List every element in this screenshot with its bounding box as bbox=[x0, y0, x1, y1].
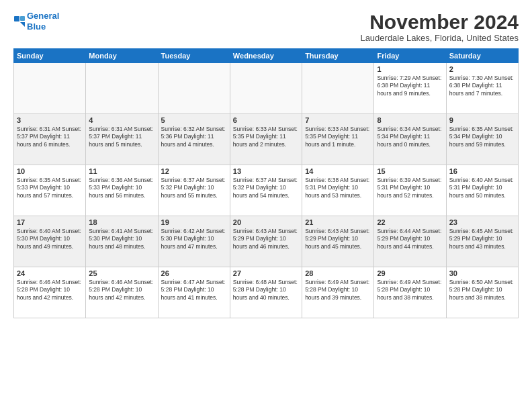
day-number: 27 bbox=[233, 269, 299, 277]
day-info: Sunrise: 6:43 AM Sunset: 5:29 PM Dayligh… bbox=[233, 228, 299, 250]
calendar-table: Sunday Monday Tuesday Wednesday Thursday… bbox=[13, 48, 519, 318]
day-number: 21 bbox=[305, 218, 371, 226]
week-row-4: 17Sunrise: 6:40 AM Sunset: 5:30 PM Dayli… bbox=[14, 216, 519, 267]
day-info: Sunrise: 6:40 AM Sunset: 5:30 PM Dayligh… bbox=[17, 228, 83, 250]
day-info: Sunrise: 6:49 AM Sunset: 5:28 PM Dayligh… bbox=[377, 279, 443, 302]
day-number: 28 bbox=[305, 269, 371, 277]
day-number: 11 bbox=[89, 167, 154, 175]
table-row: 15Sunrise: 6:39 AM Sunset: 5:31 PM Dayli… bbox=[374, 165, 446, 216]
day-number: 1 bbox=[377, 65, 443, 73]
table-row: 24Sunrise: 6:46 AM Sunset: 5:28 PM Dayli… bbox=[14, 267, 86, 318]
day-info: Sunrise: 6:42 AM Sunset: 5:30 PM Dayligh… bbox=[161, 228, 227, 250]
table-row: 5Sunrise: 6:32 AM Sunset: 5:36 PM Daylig… bbox=[158, 114, 230, 165]
table-row bbox=[14, 63, 86, 114]
table-row: 1Sunrise: 7:29 AM Sunset: 6:38 PM Daylig… bbox=[374, 63, 446, 114]
day-number: 12 bbox=[161, 167, 227, 175]
day-info: Sunrise: 7:30 AM Sunset: 6:38 PM Dayligh… bbox=[449, 75, 515, 97]
day-number: 8 bbox=[377, 116, 443, 124]
col-friday: Friday bbox=[374, 49, 446, 63]
day-info: Sunrise: 6:46 AM Sunset: 5:28 PM Dayligh… bbox=[17, 279, 83, 302]
day-info: Sunrise: 6:31 AM Sunset: 5:37 PM Dayligh… bbox=[89, 126, 154, 148]
day-number: 13 bbox=[233, 167, 299, 175]
day-info: Sunrise: 6:40 AM Sunset: 5:31 PM Dayligh… bbox=[449, 177, 515, 199]
table-row: 10Sunrise: 6:35 AM Sunset: 5:33 PM Dayli… bbox=[14, 165, 86, 216]
day-number: 2 bbox=[449, 65, 515, 73]
logo-icon bbox=[13, 15, 26, 28]
table-row: 14Sunrise: 6:38 AM Sunset: 5:31 PM Dayli… bbox=[302, 165, 374, 216]
table-row: 19Sunrise: 6:42 AM Sunset: 5:30 PM Dayli… bbox=[158, 216, 230, 267]
day-info: Sunrise: 6:43 AM Sunset: 5:29 PM Dayligh… bbox=[305, 228, 371, 250]
day-number: 3 bbox=[17, 116, 83, 124]
logo-text: General Blue bbox=[27, 11, 59, 32]
day-number: 16 bbox=[449, 167, 515, 175]
week-row-2: 3Sunrise: 6:31 AM Sunset: 5:37 PM Daylig… bbox=[14, 114, 519, 165]
day-info: Sunrise: 6:39 AM Sunset: 5:31 PM Dayligh… bbox=[377, 177, 443, 199]
day-number: 7 bbox=[305, 116, 371, 124]
table-row: 8Sunrise: 6:34 AM Sunset: 5:34 PM Daylig… bbox=[374, 114, 446, 165]
day-number: 18 bbox=[89, 218, 154, 226]
day-number: 10 bbox=[17, 167, 83, 175]
day-number: 20 bbox=[233, 218, 299, 226]
table-row: 9Sunrise: 6:35 AM Sunset: 5:34 PM Daylig… bbox=[446, 114, 518, 165]
col-monday: Monday bbox=[86, 49, 158, 63]
col-saturday: Saturday bbox=[446, 49, 518, 63]
svg-rect-0 bbox=[14, 16, 19, 21]
col-sunday: Sunday bbox=[14, 49, 86, 63]
table-row: 23Sunrise: 6:45 AM Sunset: 5:29 PM Dayli… bbox=[446, 216, 518, 267]
day-number: 22 bbox=[377, 218, 443, 226]
table-row: 13Sunrise: 6:37 AM Sunset: 5:32 PM Dayli… bbox=[230, 165, 302, 216]
day-info: Sunrise: 6:47 AM Sunset: 5:28 PM Dayligh… bbox=[161, 279, 227, 302]
table-row: 27Sunrise: 6:48 AM Sunset: 5:28 PM Dayli… bbox=[230, 267, 302, 318]
table-row: 25Sunrise: 6:46 AM Sunset: 5:28 PM Dayli… bbox=[86, 267, 158, 318]
day-info: Sunrise: 6:49 AM Sunset: 5:28 PM Dayligh… bbox=[305, 279, 371, 302]
day-number: 14 bbox=[305, 167, 371, 175]
table-row: 26Sunrise: 6:47 AM Sunset: 5:28 PM Dayli… bbox=[158, 267, 230, 318]
title-block: November 2024 Lauderdale Lakes, Florida,… bbox=[360, 11, 519, 43]
day-info: Sunrise: 6:46 AM Sunset: 5:28 PM Dayligh… bbox=[89, 279, 154, 302]
table-row: 29Sunrise: 6:49 AM Sunset: 5:28 PM Dayli… bbox=[374, 267, 446, 318]
day-info: Sunrise: 6:32 AM Sunset: 5:36 PM Dayligh… bbox=[161, 126, 227, 148]
day-number: 17 bbox=[17, 218, 83, 226]
day-number: 26 bbox=[161, 269, 227, 277]
table-row: 22Sunrise: 6:44 AM Sunset: 5:29 PM Dayli… bbox=[374, 216, 446, 267]
month-title: November 2024 bbox=[360, 11, 519, 33]
day-info: Sunrise: 6:33 AM Sunset: 5:35 PM Dayligh… bbox=[233, 126, 299, 148]
day-number: 9 bbox=[449, 116, 515, 124]
calendar-page: General Blue November 2024 Lauderdale La… bbox=[0, 0, 532, 411]
day-number: 24 bbox=[17, 269, 83, 277]
day-info: Sunrise: 6:45 AM Sunset: 5:29 PM Dayligh… bbox=[449, 228, 515, 250]
table-row: 6Sunrise: 6:33 AM Sunset: 5:35 PM Daylig… bbox=[230, 114, 302, 165]
table-row bbox=[302, 63, 374, 114]
svg-marker-2 bbox=[20, 22, 25, 27]
table-row: 28Sunrise: 6:49 AM Sunset: 5:28 PM Dayli… bbox=[302, 267, 374, 318]
day-info: Sunrise: 6:44 AM Sunset: 5:29 PM Dayligh… bbox=[377, 228, 443, 250]
table-row: 18Sunrise: 6:41 AM Sunset: 5:30 PM Dayli… bbox=[86, 216, 158, 267]
table-row: 12Sunrise: 6:37 AM Sunset: 5:32 PM Dayli… bbox=[158, 165, 230, 216]
day-number: 30 bbox=[449, 269, 515, 277]
day-info: Sunrise: 6:36 AM Sunset: 5:33 PM Dayligh… bbox=[89, 177, 154, 199]
logo: General Blue bbox=[13, 11, 59, 32]
day-number: 5 bbox=[161, 116, 227, 124]
logo-line1: General bbox=[27, 11, 59, 21]
table-row: 3Sunrise: 6:31 AM Sunset: 5:37 PM Daylig… bbox=[14, 114, 86, 165]
table-row: 2Sunrise: 7:30 AM Sunset: 6:38 PM Daylig… bbox=[446, 63, 518, 114]
table-row bbox=[86, 63, 158, 114]
table-row: 11Sunrise: 6:36 AM Sunset: 5:33 PM Dayli… bbox=[86, 165, 158, 216]
table-row: 17Sunrise: 6:40 AM Sunset: 5:30 PM Dayli… bbox=[14, 216, 86, 267]
table-row: 21Sunrise: 6:43 AM Sunset: 5:29 PM Dayli… bbox=[302, 216, 374, 267]
day-number: 25 bbox=[89, 269, 154, 277]
day-info: Sunrise: 6:48 AM Sunset: 5:28 PM Dayligh… bbox=[233, 279, 299, 302]
table-row: 20Sunrise: 6:43 AM Sunset: 5:29 PM Dayli… bbox=[230, 216, 302, 267]
day-info: Sunrise: 6:34 AM Sunset: 5:34 PM Dayligh… bbox=[377, 126, 443, 148]
day-info: Sunrise: 6:35 AM Sunset: 5:34 PM Dayligh… bbox=[449, 126, 515, 148]
table-row bbox=[230, 63, 302, 114]
day-info: Sunrise: 6:38 AM Sunset: 5:31 PM Dayligh… bbox=[305, 177, 371, 199]
day-info: Sunrise: 6:35 AM Sunset: 5:33 PM Dayligh… bbox=[17, 177, 83, 199]
table-row: 16Sunrise: 6:40 AM Sunset: 5:31 PM Dayli… bbox=[446, 165, 518, 216]
table-row: 7Sunrise: 6:33 AM Sunset: 5:35 PM Daylig… bbox=[302, 114, 374, 165]
day-number: 4 bbox=[89, 116, 154, 124]
day-info: Sunrise: 7:29 AM Sunset: 6:38 PM Dayligh… bbox=[377, 75, 443, 97]
logo-line2: Blue bbox=[27, 21, 46, 32]
table-row bbox=[158, 63, 230, 114]
col-wednesday: Wednesday bbox=[230, 49, 302, 63]
